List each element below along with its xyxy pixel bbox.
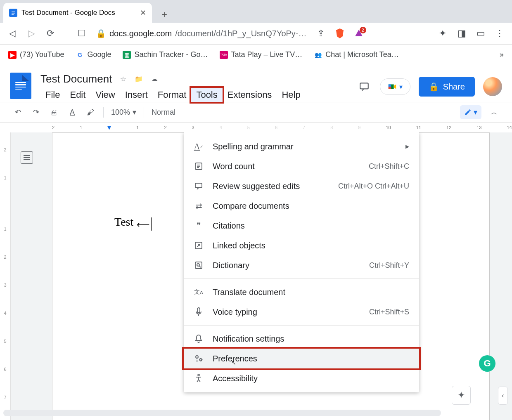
redo-icon[interactable]: ↷ — [31, 107, 41, 118]
outline-toggle-icon[interactable] — [21, 151, 33, 164]
meet-button[interactable]: ▾ — [380, 78, 410, 95]
cursor-indicator: ⟵ — [137, 219, 150, 230]
menu-view[interactable]: View — [90, 88, 120, 102]
bookmark-page-icon[interactable]: ☐ — [77, 28, 87, 38]
tools-dropdown: A✓ Spelling and grammar ▶ Word count Ctr… — [184, 132, 419, 392]
menu-separator — [184, 325, 419, 326]
dictionary-icon — [194, 260, 204, 270]
editing-mode-chip[interactable]: ▾ — [460, 105, 481, 119]
nav-reload-icon[interactable]: ⟳ — [45, 28, 55, 38]
nav-back-icon[interactable]: ◁ — [7, 28, 17, 38]
document-canvas: 2112345678 Test⟵ A✓ Spelling and grammar… — [0, 132, 512, 420]
zoom-select[interactable]: 100%▾ — [111, 108, 136, 117]
docs-logo-icon[interactable] — [10, 73, 31, 99]
link-icon — [194, 241, 204, 250]
menu-help[interactable]: Help — [277, 88, 305, 102]
share-url-icon[interactable]: ⇪ — [316, 28, 326, 38]
brave-shields-icon[interactable] — [335, 28, 345, 38]
menuitem-voice-typing[interactable]: Voice typing Ctrl+Shift+S — [184, 302, 419, 322]
side-collapse-icon[interactable]: ‹ — [498, 387, 508, 405]
menuitem-translate[interactable]: 文A Translate document — [184, 282, 419, 302]
menuitem-notifications[interactable]: Notification settings — [184, 329, 419, 349]
browser-menu-icon[interactable]: ⋮ — [495, 28, 505, 38]
menuitem-compare-docs[interactable]: ⇄ Compare documents — [184, 196, 419, 216]
horizontal-scrollbar[interactable] — [3, 410, 441, 416]
vertical-ruler[interactable]: 2112345678 — [0, 132, 11, 420]
svg-point-18 — [196, 356, 198, 358]
lock-icon: 🔒 — [96, 28, 106, 38]
svg-rect-6 — [388, 85, 391, 87]
menuitem-review-edits[interactable]: Review suggested edits Ctrl+Alt+O Ctrl+A… — [184, 176, 419, 196]
svg-rect-3 — [12, 14, 14, 15]
menuitem-linked-objects[interactable]: Linked objects — [184, 236, 419, 255]
bookmark-sheets[interactable]: ▦Sachin Tracker - Go… — [123, 50, 208, 59]
menu-insert[interactable]: Insert — [120, 88, 153, 102]
move-icon[interactable]: 📁 — [134, 75, 143, 84]
comments-icon[interactable] — [357, 79, 372, 94]
bookmark-youtube[interactable]: ▶(73) YouTube — [8, 50, 64, 59]
svg-point-19 — [200, 359, 202, 361]
text-cursor — [151, 217, 152, 231]
menuitem-preferences[interactable]: Preferences ↖ — [184, 349, 419, 368]
nav-forward-icon[interactable]: ▷ — [26, 28, 36, 38]
lock-icon: 🔒 — [429, 82, 439, 92]
menuitem-word-count[interactable]: Word count Ctrl+Shift+C — [184, 156, 419, 176]
sidepanel-icon[interactable]: ◨ — [457, 28, 467, 38]
browser-tab-active[interactable]: Test Document - Google Docs ✕ — [3, 3, 152, 23]
svg-rect-12 — [195, 183, 202, 188]
extensions-icon[interactable]: ✦ — [438, 28, 448, 38]
svg-rect-1 — [12, 12, 15, 12]
cloud-status-icon[interactable]: ☁ — [150, 75, 159, 84]
new-tab-button[interactable]: + — [156, 6, 173, 23]
chevron-down-icon: ▾ — [399, 83, 403, 91]
grammarly-icon[interactable]: G — [479, 355, 495, 372]
menuitem-spelling-grammar[interactable]: A✓ Spelling and grammar ▶ — [184, 137, 419, 156]
svg-rect-14 — [195, 262, 202, 269]
review-icon — [194, 181, 204, 191]
docs-header: Test Document ☆ 📁 ☁ File Edit View Inser… — [0, 65, 512, 102]
bookmark-tataplay[interactable]: TATATata Play – Live TV… — [220, 50, 303, 59]
document-body-text[interactable]: Test — [114, 215, 133, 228]
bookmark-google[interactable]: GGoogle — [76, 50, 111, 59]
bookmark-teams[interactable]: 👥Chat | Microsoft Tea… — [314, 50, 398, 59]
tab-close-icon[interactable]: ✕ — [140, 8, 146, 17]
url-field[interactable]: 🔒 docs.google.com/document/d/1hP_y_UsnQ7… — [96, 28, 307, 38]
share-button[interactable]: 🔒 Share — [419, 77, 475, 97]
wallet-icon[interactable]: ▭ — [476, 28, 486, 38]
menu-format[interactable]: Format — [153, 88, 192, 102]
account-avatar[interactable] — [483, 77, 502, 96]
bell-icon — [194, 334, 204, 344]
menu-file[interactable]: File — [40, 88, 65, 102]
collapse-toolbar-icon[interactable]: ︿ — [489, 107, 500, 118]
bookmarks-bar: ▶(73) YouTube GGoogle ▦Sachin Tracker - … — [0, 45, 512, 65]
wordcount-icon — [194, 161, 204, 171]
svg-rect-17 — [197, 308, 200, 313]
docs-favicon — [9, 9, 17, 17]
menuitem-accessibility[interactable]: Accessibility — [184, 368, 419, 388]
explore-button[interactable]: ✦ — [452, 386, 471, 405]
menuitem-citations[interactable]: ❞ Citations — [184, 216, 419, 236]
menu-edit[interactable]: Edit — [65, 88, 90, 102]
document-title[interactable]: Test Document — [40, 73, 112, 85]
menu-extensions[interactable]: Extensions — [223, 88, 277, 102]
paint-format-icon[interactable]: 🖌 — [85, 107, 96, 118]
svg-point-20 — [198, 374, 199, 376]
print-icon[interactable]: 🖨 — [49, 107, 59, 118]
menu-tools[interactable]: Tools — [191, 88, 222, 102]
accessibility-icon — [194, 373, 204, 383]
quote-icon: ❞ — [194, 221, 204, 231]
svg-rect-4 — [360, 83, 368, 89]
spellcheck-icon[interactable]: A — [67, 107, 78, 118]
menuitem-dictionary[interactable]: Dictionary Ctrl+Shift+Y — [184, 255, 419, 275]
menu-bar: File Edit View Insert Format Tools Exten… — [40, 88, 348, 102]
mouse-cursor-icon: ↖ — [231, 359, 236, 366]
style-select[interactable]: Normal — [152, 108, 175, 117]
svg-rect-7 — [388, 87, 391, 89]
brave-rewards-icon[interactable]: 2 — [354, 28, 364, 38]
svg-line-16 — [199, 266, 201, 267]
undo-icon[interactable]: ↶ — [12, 107, 23, 118]
spellcheck-icon: A✓ — [194, 142, 204, 151]
bookmarks-overflow-icon[interactable]: » — [500, 50, 504, 59]
star-icon[interactable]: ☆ — [119, 75, 128, 84]
horizontal-ruler[interactable]: 21▾123456789101112131415◂16 — [0, 123, 512, 132]
